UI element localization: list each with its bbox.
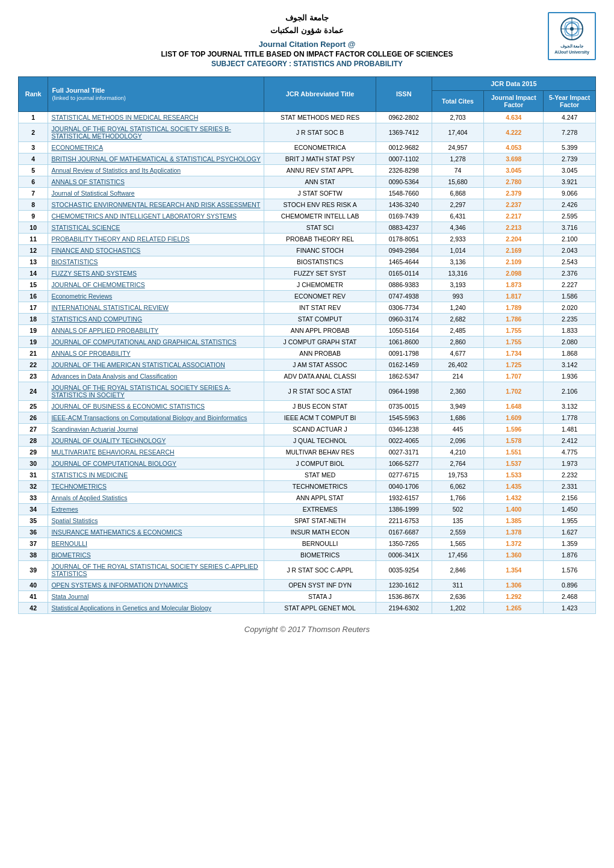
cell-title[interactable]: FINANCE AND STOCHASTICS (48, 244, 264, 256)
cell-title[interactable]: FUZZY SETS AND SYSTEMS (48, 267, 264, 279)
cell-title[interactable]: STATISTICAL SCIENCE (48, 222, 264, 233)
journal-link[interactable]: BRITISH JOURNAL OF MATHEMATICAL & STATIS… (51, 155, 261, 163)
cell-five-year: 3.921 (544, 176, 596, 187)
cell-title[interactable]: JOURNAL OF THE ROYAL STATISTICAL SOCIETY… (48, 560, 264, 579)
cell-impact: 1.537 (484, 457, 544, 469)
cell-title[interactable]: STATISTICS AND COMPUTING (48, 313, 264, 324)
cell-title[interactable]: JOURNAL OF THE ROYAL STATISTICAL SOCIETY… (48, 382, 264, 400)
cell-title[interactable]: Advances in Data Analysis and Classifica… (48, 370, 264, 382)
cell-title[interactable]: BIOSTATISTICS (48, 256, 264, 267)
journal-link[interactable]: JOURNAL OF COMPUTATIONAL BIOLOGY (51, 460, 176, 467)
cell-title[interactable]: Extremes (48, 503, 264, 515)
journal-link[interactable]: PROBABILITY THEORY AND RELATED FIELDS (51, 235, 190, 243)
cell-abbr: FINANC STOCH (264, 244, 376, 256)
cell-impact: 2.213 (484, 222, 544, 233)
journal-link[interactable]: STATISTICS AND COMPUTING (51, 315, 142, 323)
journal-link[interactable]: JOURNAL OF THE ROYAL STATISTICAL SOCIETY… (51, 563, 258, 577)
cell-issn: 1350-7265 (376, 538, 432, 549)
journal-link[interactable]: STOCHASTIC ENVIRONMENTAL RESEARCH AND RI… (51, 201, 260, 208)
journal-link[interactable]: Statistical Applications in Genetics and… (51, 604, 211, 612)
journal-link[interactable]: JOURNAL OF THE AMERICAN STATISTICAL ASSO… (51, 361, 225, 368)
cell-abbr: PROBAB THEORY REL (264, 233, 376, 244)
cell-five-year: 2.232 (544, 469, 596, 480)
cell-title[interactable]: Annals of Applied Statistics (48, 492, 264, 503)
journal-link[interactable]: Advances in Data Analysis and Classifica… (51, 373, 177, 380)
cell-abbr: STAT METHODS MED RES (264, 111, 376, 123)
cell-title[interactable]: JOURNAL OF QUALITY TECHNOLOGY (48, 435, 264, 446)
cell-title[interactable]: Statistical Applications in Genetics and… (48, 602, 264, 613)
cell-title[interactable]: BIOMETRICS (48, 549, 264, 560)
journal-link[interactable]: Annual Review of Statistics and Its Appl… (51, 167, 181, 174)
cell-title[interactable]: Annual Review of Statistics and Its Appl… (48, 164, 264, 176)
journal-link[interactable]: ECONOMETRICA (51, 144, 103, 151)
cell-five-year: 1.973 (544, 457, 596, 469)
journal-link[interactable]: MULTIVARIATE BEHAVIORAL RESEARCH (51, 448, 174, 456)
cell-issn: 1436-3240 (376, 199, 432, 210)
cell-title[interactable]: JOURNAL OF THE ROYAL STATISTICAL SOCIETY… (48, 123, 264, 141)
journal-link[interactable]: JOURNAL OF BUSINESS & ECONOMIC STATISTIC… (51, 403, 205, 410)
cell-title[interactable]: INTERNATIONAL STATISTICAL REVIEW (48, 302, 264, 313)
cell-title[interactable]: OPEN SYSTEMS & INFORMATION DYNAMICS (48, 579, 264, 591)
journal-link[interactable]: ANNALS OF APPLIED PROBABILITY (51, 327, 158, 334)
cell-title[interactable]: PROBABILITY THEORY AND RELATED FIELDS (48, 233, 264, 244)
cell-title[interactable]: JOURNAL OF BUSINESS & ECONOMIC STATISTIC… (48, 400, 264, 412)
cell-title[interactable]: Econometric Reviews (48, 290, 264, 302)
journal-link[interactable]: Annals of Applied Statistics (51, 494, 127, 501)
cell-title[interactable]: Journal of Statistical Software (48, 187, 264, 199)
cell-title[interactable]: STATISTICS IN MEDICINE (48, 469, 264, 480)
cell-title[interactable]: STATISTICAL METHODS IN MEDICAL RESEARCH (48, 111, 264, 123)
journal-link[interactable]: STATISTICAL SCIENCE (51, 224, 120, 231)
journal-link[interactable]: FUZZY SETS AND SYSTEMS (51, 270, 137, 277)
journal-link[interactable]: BERNOULLI (51, 540, 87, 547)
journal-link[interactable]: STATISTICAL METHODS IN MEDICAL RESEARCH (51, 114, 198, 121)
cell-title[interactable]: Stata Journal (48, 591, 264, 602)
journal-link[interactable]: Extremes (51, 506, 78, 513)
journal-link[interactable]: FINANCE AND STOCHASTICS (51, 247, 140, 254)
cell-title[interactable]: ANNALS OF STATISTICS (48, 176, 264, 187)
cell-abbr: BIOMETRICS (264, 549, 376, 560)
journal-link[interactable]: IEEE-ACM Transactions on Computational B… (51, 414, 247, 421)
cell-title[interactable]: INSURANCE MATHEMATICS & ECONOMICS (48, 526, 264, 538)
cell-issn: 2211-6753 (376, 515, 432, 526)
cell-title[interactable]: ECONOMETRICA (48, 141, 264, 153)
journal-link[interactable]: JOURNAL OF COMPUTATIONAL AND GRAPHICAL S… (51, 338, 236, 346)
journal-link[interactable]: JOURNAL OF THE ROYAL STATISTICAL SOCIETY… (51, 384, 231, 398)
cell-title[interactable]: BERNOULLI (48, 538, 264, 549)
cell-title[interactable]: STOCHASTIC ENVIRONMENTAL RESEARCH AND RI… (48, 199, 264, 210)
cell-title[interactable]: JOURNAL OF COMPUTATIONAL AND GRAPHICAL S… (48, 336, 264, 347)
journal-link[interactable]: CHEMOMETRICS AND INTELLIGENT LABORATORY … (51, 212, 237, 220)
cell-cites: 1,686 (432, 412, 484, 423)
cell-title[interactable]: Scandinavian Actuarial Journal (48, 423, 264, 435)
journal-link[interactable]: BIOSTATISTICS (51, 258, 98, 265)
journal-link[interactable]: ANNALS OF STATISTICS (51, 178, 125, 185)
cell-cites: 3,949 (432, 400, 484, 412)
cell-title[interactable]: TECHNOMETRICS (48, 480, 264, 492)
journal-link[interactable]: BIOMETRICS (51, 551, 90, 559)
cell-title[interactable]: JOURNAL OF COMPUTATIONAL BIOLOGY (48, 457, 264, 469)
cell-impact: 1.609 (484, 412, 544, 423)
journal-link[interactable]: INSURANCE MATHEMATICS & ECONOMICS (51, 529, 182, 536)
cell-title[interactable]: JOURNAL OF CHEMOMETRICS (48, 279, 264, 290)
journal-link[interactable]: JOURNAL OF QUALITY TECHNOLOGY (51, 437, 166, 444)
journal-link[interactable]: JOURNAL OF THE ROYAL STATISTICAL SOCIETY… (51, 125, 231, 140)
journal-link[interactable]: ANNALS OF PROBABILITY (51, 350, 130, 357)
journal-link[interactable]: OPEN SYSTEMS & INFORMATION DYNAMICS (51, 581, 188, 589)
cell-impact: 2.204 (484, 233, 544, 244)
journal-link[interactable]: INTERNATIONAL STATISTICAL REVIEW (51, 304, 169, 311)
cell-title[interactable]: Spatial Statistics (48, 515, 264, 526)
cell-title[interactable]: JOURNAL OF THE AMERICAN STATISTICAL ASSO… (48, 359, 264, 370)
cell-title[interactable]: IEEE-ACM Transactions on Computational B… (48, 412, 264, 423)
journal-link[interactable]: STATISTICS IN MEDICINE (51, 471, 128, 479)
journal-link[interactable]: TECHNOMETRICS (51, 483, 107, 490)
cell-title[interactable]: CHEMOMETRICS AND INTELLIGENT LABORATORY … (48, 210, 264, 222)
cell-title[interactable]: ANNALS OF PROBABILITY (48, 347, 264, 359)
cell-title[interactable]: ANNALS OF APPLIED PROBABILITY (48, 324, 264, 336)
journal-link[interactable]: Spatial Statistics (51, 517, 98, 524)
journal-link[interactable]: Econometric Reviews (51, 293, 112, 300)
journal-link[interactable]: Scandinavian Actuarial Journal (51, 426, 138, 433)
cell-title[interactable]: BRITISH JOURNAL OF MATHEMATICAL & STATIS… (48, 153, 264, 164)
cell-title[interactable]: MULTIVARIATE BEHAVIORAL RESEARCH (48, 446, 264, 457)
journal-link[interactable]: JOURNAL OF CHEMOMETRICS (51, 281, 144, 288)
journal-link[interactable]: Stata Journal (51, 593, 88, 600)
journal-link[interactable]: Journal of Statistical Software (51, 190, 134, 197)
